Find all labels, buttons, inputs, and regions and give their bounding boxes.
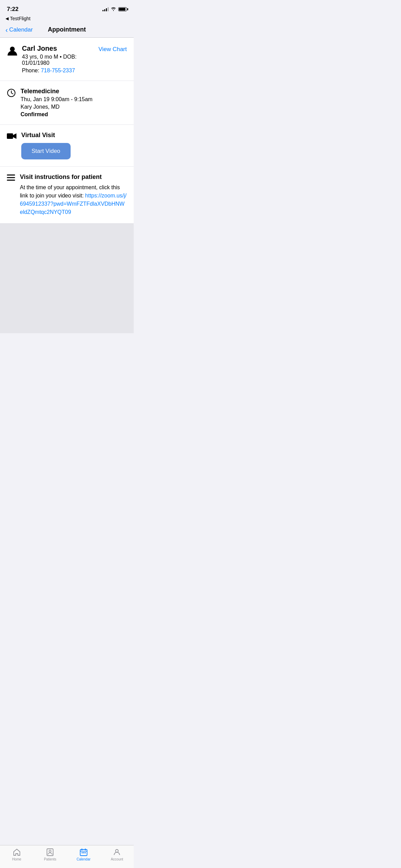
phone-label: Phone: bbox=[22, 68, 41, 73]
patient-left: Carl Jones 43 yrs, 0 mo M • DOB: 01/01/1… bbox=[7, 45, 98, 74]
gray-filler bbox=[0, 224, 134, 333]
battery-icon bbox=[118, 7, 127, 11]
patient-section: Carl Jones 43 yrs, 0 mo M • DOB: 01/01/1… bbox=[0, 38, 134, 81]
status-icons bbox=[102, 7, 127, 12]
testflight-back: ◀ TestFlight bbox=[5, 16, 128, 21]
svg-rect-7 bbox=[7, 177, 15, 178]
status-bar: 7:22 bbox=[0, 0, 134, 15]
appointment-doctor: Kary Jones, MD bbox=[21, 104, 93, 110]
nav-header: ‹ Calendar Appointment bbox=[0, 23, 134, 38]
back-chevron-icon: ‹ bbox=[5, 26, 8, 33]
appointment-status: Confirmed bbox=[21, 111, 93, 118]
signal-icon bbox=[102, 7, 109, 11]
svg-line-3 bbox=[11, 93, 13, 94]
status-time: 7:22 bbox=[7, 6, 19, 13]
visit-instructions-section: Visit instructions for patient At the ti… bbox=[0, 167, 134, 224]
appointment-type: Telemedicine bbox=[21, 88, 93, 95]
page-title: Appointment bbox=[36, 26, 97, 33]
clock-icon bbox=[7, 88, 16, 99]
testflight-bar: ◀ TestFlight bbox=[0, 15, 134, 23]
wifi-icon bbox=[111, 7, 116, 12]
patient-info: Carl Jones 43 yrs, 0 mo M • DOB: 01/01/1… bbox=[22, 45, 98, 74]
phone-link[interactable]: 718-755-2337 bbox=[41, 68, 75, 73]
virtual-visit-section: Virtual Visit Start Video bbox=[0, 125, 134, 167]
appointment-time: Thu, Jan 19 9:00am - 9:15am bbox=[21, 96, 93, 103]
appointment-info: Telemedicine Thu, Jan 19 9:00am - 9:15am… bbox=[21, 88, 93, 118]
svg-rect-6 bbox=[7, 174, 15, 176]
patient-avatar-icon bbox=[7, 45, 18, 59]
appointment-section: Telemedicine Thu, Jan 19 9:00am - 9:15am… bbox=[0, 81, 134, 125]
svg-marker-5 bbox=[13, 133, 16, 139]
main-content: Carl Jones 43 yrs, 0 mo M • DOB: 01/01/1… bbox=[0, 38, 134, 224]
back-button[interactable]: ‹ Calendar bbox=[5, 26, 36, 33]
virtual-visit-title: Virtual Visit bbox=[21, 132, 71, 139]
svg-point-0 bbox=[10, 47, 15, 51]
testflight-back-arrow: ◀ bbox=[5, 16, 9, 21]
start-video-button[interactable]: Start Video bbox=[21, 143, 71, 159]
patient-name: Carl Jones bbox=[22, 45, 98, 52]
testflight-label: TestFlight bbox=[10, 16, 31, 21]
patient-phone: Phone: 718-755-2337 bbox=[22, 68, 98, 74]
patient-dob: 43 yrs, 0 mo M • DOB: 01/01/1980 bbox=[22, 54, 98, 66]
view-chart-button[interactable]: View Chart bbox=[98, 46, 127, 53]
back-label: Calendar bbox=[9, 26, 33, 33]
visit-instructions-info: Visit instructions for patient At the ti… bbox=[20, 173, 127, 216]
list-icon bbox=[7, 174, 15, 183]
video-camera-icon bbox=[7, 132, 16, 142]
instructions-title: Visit instructions for patient bbox=[20, 173, 127, 181]
svg-rect-8 bbox=[7, 180, 15, 181]
virtual-visit-info: Virtual Visit Start Video bbox=[21, 132, 71, 159]
svg-rect-4 bbox=[7, 133, 13, 139]
instructions-text: At the time of your appointment, click t… bbox=[20, 183, 127, 216]
